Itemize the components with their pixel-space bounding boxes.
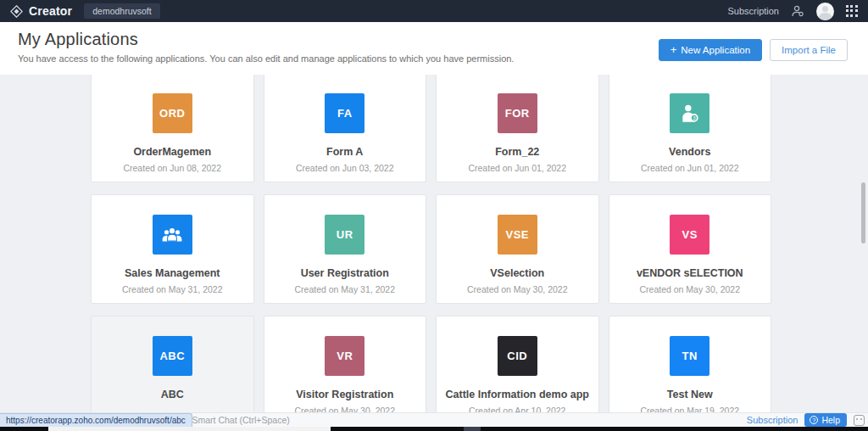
people-group-icon: [161, 224, 183, 246]
app-abbr: FOR: [505, 107, 530, 120]
statusbar-subscription-link[interactable]: Subscription: [747, 415, 798, 425]
link-preview-tooltip: https://creatorapp.zoho.com/demodhruvsof…: [0, 413, 192, 427]
app-card-vendor-selection[interactable]: VS vENDOR sELECTION Created on May 30, 2…: [609, 194, 772, 304]
help-button[interactable]: ? Help: [804, 413, 847, 427]
status-bar: Here is your Smart Chat (Ctrl+Space) Sub…: [0, 412, 868, 427]
app-created-date: Created on May 30, 2022: [609, 284, 771, 294]
help-label: Help: [821, 415, 840, 425]
app-card-vendors[interactable]: 3 Vendors Created on Jun 01, 2022: [609, 73, 772, 182]
creator-logo-icon: [10, 5, 23, 18]
subscription-link[interactable]: Subscription: [727, 6, 779, 16]
app-tile: ABC: [153, 336, 192, 376]
vendor-person-icon: 3: [679, 103, 701, 125]
app-tile: ORD: [153, 93, 192, 133]
app-created-date: Created on May 31, 2022: [92, 284, 253, 294]
app-tile: FOR: [498, 93, 537, 133]
app-name: Visitor Registration: [264, 389, 426, 400]
app-tile: TN: [670, 336, 709, 376]
app-abbr: VR: [337, 350, 353, 362]
workspace-badge[interactable]: demodhruvsoft: [84, 3, 159, 19]
app-card-form-a[interactable]: FA Form A Created on Jun 03, 2022: [264, 73, 427, 182]
app-created-date: Created on May 31, 2022: [264, 284, 426, 294]
app-card-sales-management[interactable]: Sales Management Created on May 31, 2022: [91, 194, 254, 304]
user-settings-icon[interactable]: [791, 4, 804, 18]
app-name: OrderMagemen: [92, 146, 253, 158]
new-application-button[interactable]: + New Application: [659, 39, 762, 61]
app-tile: VSE: [498, 215, 537, 255]
app-name: ABC: [92, 389, 253, 400]
top-app-bar: Creator demodhruvsoft Subscription: [0, 0, 868, 22]
app-abbr: VSE: [505, 228, 529, 241]
app-tile: 3: [670, 93, 709, 133]
app-card-user-registration[interactable]: UR User Registration Created on May 31, …: [264, 194, 427, 304]
app-name: User Registration: [264, 267, 426, 279]
app-card-visitor-registration[interactable]: VR Visitor Registration Created on May 3…: [264, 316, 427, 425]
app-card-test-new[interactable]: TN Test New Created on Mar 19, 2022: [609, 316, 772, 425]
app-name: Test New: [609, 389, 771, 400]
app-tile: VS: [670, 215, 709, 255]
feedback-icon[interactable]: [854, 415, 865, 426]
app-name: Form_22: [437, 146, 598, 158]
window-bottom-edge: [0, 427, 868, 431]
app-tile: UR: [325, 215, 364, 255]
new-application-label: New Application: [681, 45, 750, 55]
brand-name: Creator: [29, 4, 72, 18]
app-tile: [153, 215, 192, 255]
question-icon: ?: [810, 416, 818, 424]
app-created-date: Created on May 30, 2022: [437, 284, 598, 294]
app-name: vENDOR sELECTION: [609, 267, 771, 279]
app-card-vselection[interactable]: VSE VSelection Created on May 30, 2022: [436, 194, 599, 304]
app-abbr: UR: [337, 228, 353, 241]
app-created-date: Created on Jun 01, 2022: [609, 163, 771, 173]
app-card-cattle-information[interactable]: CID Cattle Information demo app Created …: [436, 316, 599, 425]
app-name: VSelection: [437, 267, 598, 279]
app-created-date: Created on Jun 01, 2022: [437, 163, 598, 173]
creator-logo[interactable]: Creator: [10, 4, 72, 18]
app-name: Sales Management: [92, 267, 253, 279]
app-tile: FA: [325, 93, 364, 133]
app-created-date: Created on Jun 03, 2022: [264, 163, 426, 173]
app-created-date: Created on Jun 08, 2022: [92, 163, 253, 173]
vertical-scrollbar-thumb[interactable]: [861, 182, 865, 243]
taskbar-light-segment: [48, 427, 331, 431]
user-avatar[interactable]: [816, 3, 834, 20]
app-abbr: ABC: [159, 350, 185, 362]
app-abbr: VS: [682, 228, 698, 241]
app-tile: VR: [325, 336, 364, 376]
page-header: My Applications You have access to the f…: [0, 22, 868, 75]
app-card-abc[interactable]: ABC ABC: [91, 316, 254, 425]
app-card-form-22[interactable]: FOR Form_22 Created on Jun 01, 2022: [436, 73, 599, 182]
app-name: Vendors: [609, 146, 771, 158]
taskbar-gray-segment: [464, 427, 481, 431]
app-launcher-icon[interactable]: [846, 5, 858, 17]
app-abbr: ORD: [159, 107, 185, 120]
app-tile: CID: [498, 336, 537, 376]
plus-icon: +: [670, 46, 677, 54]
app-abbr: CID: [507, 350, 527, 362]
app-abbr: TN: [682, 350, 698, 362]
applications-grid: ORD OrderMagemen Created on Jun 08, 2022…: [91, 73, 771, 425]
app-abbr: FA: [337, 107, 353, 120]
app-name: Cattle Information demo app: [437, 389, 598, 400]
import-file-button[interactable]: Import a File: [770, 39, 848, 61]
app-name: Form A: [264, 146, 426, 158]
app-card-ordermagemen[interactable]: ORD OrderMagemen Created on Jun 08, 2022: [91, 73, 254, 182]
